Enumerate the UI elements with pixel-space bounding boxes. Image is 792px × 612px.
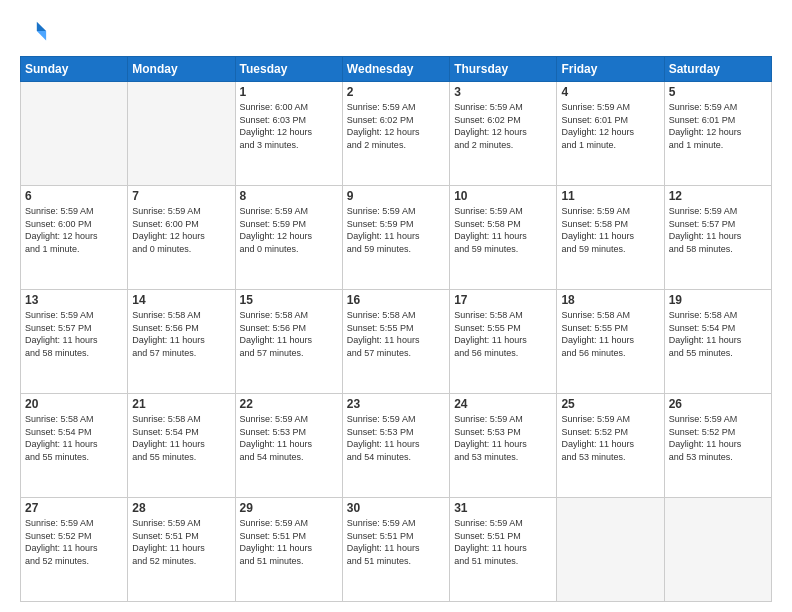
calendar-cell: 11Sunrise: 5:59 AM Sunset: 5:58 PM Dayli…	[557, 186, 664, 290]
weekday-header-friday: Friday	[557, 57, 664, 82]
day-info: Sunrise: 5:59 AM Sunset: 6:01 PM Dayligh…	[669, 101, 767, 151]
day-number: 30	[347, 501, 445, 515]
day-number: 6	[25, 189, 123, 203]
week-row-0: 1Sunrise: 6:00 AM Sunset: 6:03 PM Daylig…	[21, 82, 772, 186]
svg-marker-0	[37, 22, 46, 31]
calendar-cell: 25Sunrise: 5:59 AM Sunset: 5:52 PM Dayli…	[557, 394, 664, 498]
day-info: Sunrise: 5:59 AM Sunset: 5:53 PM Dayligh…	[240, 413, 338, 463]
day-number: 23	[347, 397, 445, 411]
day-info: Sunrise: 5:58 AM Sunset: 5:55 PM Dayligh…	[347, 309, 445, 359]
day-number: 27	[25, 501, 123, 515]
day-number: 14	[132, 293, 230, 307]
day-number: 11	[561, 189, 659, 203]
calendar-cell: 15Sunrise: 5:58 AM Sunset: 5:56 PM Dayli…	[235, 290, 342, 394]
calendar-cell: 22Sunrise: 5:59 AM Sunset: 5:53 PM Dayli…	[235, 394, 342, 498]
week-row-2: 13Sunrise: 5:59 AM Sunset: 5:57 PM Dayli…	[21, 290, 772, 394]
day-number: 1	[240, 85, 338, 99]
day-number: 25	[561, 397, 659, 411]
day-info: Sunrise: 5:58 AM Sunset: 5:56 PM Dayligh…	[240, 309, 338, 359]
calendar-cell	[557, 498, 664, 602]
calendar-cell: 10Sunrise: 5:59 AM Sunset: 5:58 PM Dayli…	[450, 186, 557, 290]
header	[20, 18, 772, 46]
day-number: 12	[669, 189, 767, 203]
week-row-1: 6Sunrise: 5:59 AM Sunset: 6:00 PM Daylig…	[21, 186, 772, 290]
day-info: Sunrise: 5:58 AM Sunset: 5:55 PM Dayligh…	[561, 309, 659, 359]
calendar-cell: 26Sunrise: 5:59 AM Sunset: 5:52 PM Dayli…	[664, 394, 771, 498]
day-info: Sunrise: 5:58 AM Sunset: 5:55 PM Dayligh…	[454, 309, 552, 359]
calendar-cell	[664, 498, 771, 602]
day-number: 13	[25, 293, 123, 307]
day-number: 18	[561, 293, 659, 307]
calendar-cell: 23Sunrise: 5:59 AM Sunset: 5:53 PM Dayli…	[342, 394, 449, 498]
weekday-header-tuesday: Tuesday	[235, 57, 342, 82]
day-number: 31	[454, 501, 552, 515]
weekday-header-monday: Monday	[128, 57, 235, 82]
day-info: Sunrise: 5:59 AM Sunset: 6:02 PM Dayligh…	[454, 101, 552, 151]
weekday-header-sunday: Sunday	[21, 57, 128, 82]
calendar-cell: 21Sunrise: 5:58 AM Sunset: 5:54 PM Dayli…	[128, 394, 235, 498]
weekday-header-saturday: Saturday	[664, 57, 771, 82]
weekday-header-thursday: Thursday	[450, 57, 557, 82]
calendar-cell: 8Sunrise: 5:59 AM Sunset: 5:59 PM Daylig…	[235, 186, 342, 290]
day-info: Sunrise: 5:59 AM Sunset: 5:53 PM Dayligh…	[347, 413, 445, 463]
day-info: Sunrise: 5:59 AM Sunset: 5:59 PM Dayligh…	[240, 205, 338, 255]
day-number: 22	[240, 397, 338, 411]
calendar-table: SundayMondayTuesdayWednesdayThursdayFrid…	[20, 56, 772, 602]
week-row-3: 20Sunrise: 5:58 AM Sunset: 5:54 PM Dayli…	[21, 394, 772, 498]
day-info: Sunrise: 5:59 AM Sunset: 6:00 PM Dayligh…	[25, 205, 123, 255]
day-info: Sunrise: 5:59 AM Sunset: 5:52 PM Dayligh…	[561, 413, 659, 463]
day-number: 8	[240, 189, 338, 203]
calendar-cell: 24Sunrise: 5:59 AM Sunset: 5:53 PM Dayli…	[450, 394, 557, 498]
day-number: 4	[561, 85, 659, 99]
day-info: Sunrise: 6:00 AM Sunset: 6:03 PM Dayligh…	[240, 101, 338, 151]
calendar-cell: 31Sunrise: 5:59 AM Sunset: 5:51 PM Dayli…	[450, 498, 557, 602]
svg-marker-1	[37, 31, 46, 40]
calendar-cell: 18Sunrise: 5:58 AM Sunset: 5:55 PM Dayli…	[557, 290, 664, 394]
day-info: Sunrise: 5:59 AM Sunset: 5:59 PM Dayligh…	[347, 205, 445, 255]
day-number: 9	[347, 189, 445, 203]
day-number: 21	[132, 397, 230, 411]
day-info: Sunrise: 5:59 AM Sunset: 6:02 PM Dayligh…	[347, 101, 445, 151]
calendar-cell: 20Sunrise: 5:58 AM Sunset: 5:54 PM Dayli…	[21, 394, 128, 498]
day-number: 15	[240, 293, 338, 307]
calendar-cell: 4Sunrise: 5:59 AM Sunset: 6:01 PM Daylig…	[557, 82, 664, 186]
day-number: 20	[25, 397, 123, 411]
calendar-cell: 28Sunrise: 5:59 AM Sunset: 5:51 PM Dayli…	[128, 498, 235, 602]
day-info: Sunrise: 5:59 AM Sunset: 5:57 PM Dayligh…	[669, 205, 767, 255]
calendar-cell: 6Sunrise: 5:59 AM Sunset: 6:00 PM Daylig…	[21, 186, 128, 290]
calendar-cell: 5Sunrise: 5:59 AM Sunset: 6:01 PM Daylig…	[664, 82, 771, 186]
day-number: 16	[347, 293, 445, 307]
day-info: Sunrise: 5:59 AM Sunset: 5:57 PM Dayligh…	[25, 309, 123, 359]
calendar-cell: 12Sunrise: 5:59 AM Sunset: 5:57 PM Dayli…	[664, 186, 771, 290]
calendar-cell: 14Sunrise: 5:58 AM Sunset: 5:56 PM Dayli…	[128, 290, 235, 394]
day-info: Sunrise: 5:59 AM Sunset: 5:51 PM Dayligh…	[132, 517, 230, 567]
day-info: Sunrise: 5:58 AM Sunset: 5:54 PM Dayligh…	[132, 413, 230, 463]
day-info: Sunrise: 5:58 AM Sunset: 5:54 PM Dayligh…	[25, 413, 123, 463]
day-info: Sunrise: 5:58 AM Sunset: 5:56 PM Dayligh…	[132, 309, 230, 359]
calendar-cell: 17Sunrise: 5:58 AM Sunset: 5:55 PM Dayli…	[450, 290, 557, 394]
day-info: Sunrise: 5:59 AM Sunset: 5:58 PM Dayligh…	[561, 205, 659, 255]
day-number: 2	[347, 85, 445, 99]
calendar-cell: 2Sunrise: 5:59 AM Sunset: 6:02 PM Daylig…	[342, 82, 449, 186]
day-info: Sunrise: 5:59 AM Sunset: 5:52 PM Dayligh…	[669, 413, 767, 463]
day-info: Sunrise: 5:59 AM Sunset: 5:58 PM Dayligh…	[454, 205, 552, 255]
calendar-cell: 13Sunrise: 5:59 AM Sunset: 5:57 PM Dayli…	[21, 290, 128, 394]
day-info: Sunrise: 5:59 AM Sunset: 5:51 PM Dayligh…	[347, 517, 445, 567]
day-number: 10	[454, 189, 552, 203]
day-info: Sunrise: 5:59 AM Sunset: 5:51 PM Dayligh…	[240, 517, 338, 567]
weekday-header-row: SundayMondayTuesdayWednesdayThursdayFrid…	[21, 57, 772, 82]
calendar-cell: 27Sunrise: 5:59 AM Sunset: 5:52 PM Dayli…	[21, 498, 128, 602]
day-number: 17	[454, 293, 552, 307]
logo	[20, 18, 52, 46]
calendar-cell: 3Sunrise: 5:59 AM Sunset: 6:02 PM Daylig…	[450, 82, 557, 186]
page: SundayMondayTuesdayWednesdayThursdayFrid…	[0, 0, 792, 612]
day-number: 7	[132, 189, 230, 203]
day-info: Sunrise: 5:58 AM Sunset: 5:54 PM Dayligh…	[669, 309, 767, 359]
calendar-cell: 9Sunrise: 5:59 AM Sunset: 5:59 PM Daylig…	[342, 186, 449, 290]
calendar-cell: 16Sunrise: 5:58 AM Sunset: 5:55 PM Dayli…	[342, 290, 449, 394]
calendar-cell: 1Sunrise: 6:00 AM Sunset: 6:03 PM Daylig…	[235, 82, 342, 186]
calendar-cell	[21, 82, 128, 186]
calendar-cell: 29Sunrise: 5:59 AM Sunset: 5:51 PM Dayli…	[235, 498, 342, 602]
day-number: 5	[669, 85, 767, 99]
calendar-cell: 19Sunrise: 5:58 AM Sunset: 5:54 PM Dayli…	[664, 290, 771, 394]
